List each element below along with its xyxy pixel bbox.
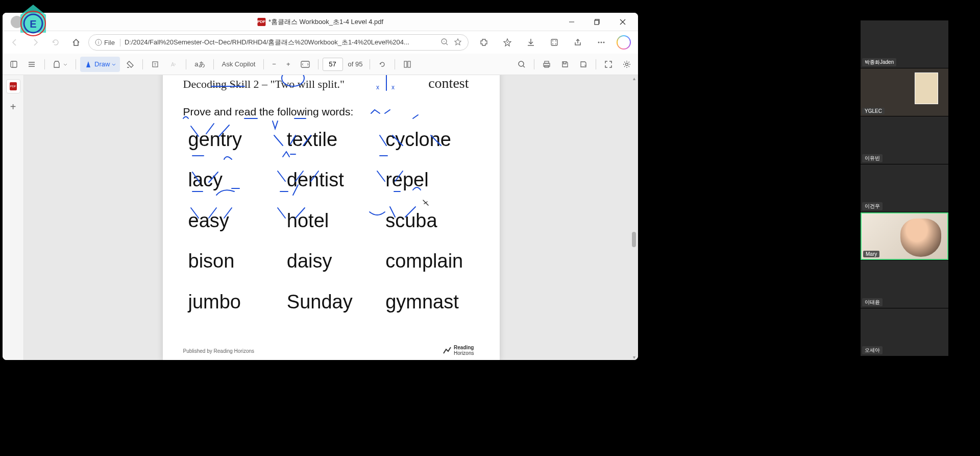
svg-point-22: [603, 42, 605, 43]
settings-button[interactable]: [619, 57, 635, 72]
fullscreen-button[interactable]: [600, 57, 617, 72]
extensions-icon[interactable]: [476, 34, 492, 51]
participant-tile[interactable]: 이태윤: [861, 260, 948, 308]
svg-point-42: [626, 63, 628, 65]
address-path: D:/2024/Fall%20Semester-Oct~Dec/RHD/RHD4…: [125, 38, 436, 47]
address-input[interactable]: i File D:/2024/Fall%20Semester-Oct~Dec/R…: [88, 34, 469, 51]
scroll-thumb[interactable]: [632, 232, 636, 247]
translate-button[interactable]: aあ: [190, 57, 209, 72]
readaloud-button[interactable]: A: [165, 57, 182, 72]
svg-rect-35: [404, 61, 407, 67]
rotate-button[interactable]: [374, 57, 390, 72]
svg-rect-5: [595, 20, 599, 25]
zoom-out-button[interactable]: −: [268, 57, 280, 72]
word-lacy: lacy: [188, 167, 282, 193]
word-gymnast: gymnast: [385, 290, 479, 315]
word-scuba: scuba: [385, 208, 479, 233]
more-icon[interactable]: [593, 34, 609, 51]
svg-rect-36: [408, 61, 410, 67]
save-as-button[interactable]: [575, 57, 592, 72]
svg-point-20: [598, 42, 600, 43]
instruction-text: Prove and read the following words:: [183, 106, 479, 118]
main-window: PDF *홈클래스 Workbook_초1-4 Level 4.pdf: [3, 13, 638, 360]
svg-text:A: A: [171, 62, 175, 67]
draw-label: Draw: [94, 60, 110, 68]
words-grid: gentry textile cyclone lacy dentist repe…: [188, 127, 479, 315]
svg-text:i: i: [98, 40, 99, 45]
svg-point-19: [555, 43, 556, 44]
svg-point-17: [555, 40, 556, 41]
svg-point-28: [29, 62, 30, 63]
word-textile: textile: [287, 127, 380, 152]
pdf-tab-icon[interactable]: PDF: [6, 79, 20, 93]
participant-tile[interactable]: 오세아: [861, 308, 948, 356]
participant-name: 이건우: [862, 202, 883, 210]
favorite-icon[interactable]: [454, 38, 462, 47]
text-button[interactable]: T: [147, 57, 163, 72]
performance-icon[interactable]: [546, 34, 562, 51]
word-bison: bison: [188, 249, 282, 274]
highlight-button[interactable]: [49, 57, 71, 72]
participant-tile-speaking[interactable]: Mary: [861, 212, 948, 260]
search-button[interactable]: [513, 57, 530, 72]
add-tab-icon[interactable]: +: [6, 100, 20, 114]
word-cyclone: cyclone: [385, 127, 479, 152]
content-area: PDF + Decoding Skill 2 – "Two will split…: [3, 75, 638, 360]
participant-name: YGLEC: [862, 108, 885, 114]
print-button[interactable]: [538, 57, 555, 72]
page-view-button[interactable]: [399, 57, 415, 72]
zoom-icon[interactable]: [440, 38, 449, 47]
participant-name: Mary: [863, 251, 879, 257]
svg-line-12: [446, 43, 448, 45]
contents-icon[interactable]: [24, 57, 40, 72]
minimize-button[interactable]: [561, 14, 582, 30]
svg-point-30: [29, 66, 30, 67]
participant-video: [900, 219, 941, 257]
svg-rect-15: [551, 39, 557, 45]
scroll-down-button[interactable]: ▾: [631, 354, 637, 360]
scrollbar[interactable]: ▴ ▾: [631, 75, 637, 360]
share-icon[interactable]: [570, 34, 586, 51]
zoom-in-button[interactable]: +: [282, 57, 295, 72]
close-button[interactable]: [612, 14, 633, 30]
participant-tile[interactable]: YGLEC: [861, 68, 948, 116]
participant-tile[interactable]: 박종화Jaden: [861, 20, 948, 68]
word-jumbo: jumbo: [188, 290, 282, 315]
word-easy: easy: [188, 208, 282, 233]
pdf-viewer[interactable]: Decoding Skill 2 – "Two will split." con…: [24, 75, 638, 360]
copilot-button[interactable]: [617, 35, 631, 50]
scroll-up-button[interactable]: ▴: [631, 75, 637, 81]
svg-text:T: T: [154, 62, 157, 67]
page-input[interactable]: [323, 58, 343, 71]
footer-logo: Reading Horizons: [443, 345, 474, 356]
participants-panel: 박종화Jaden YGLEC 이유빈 이건우 Mary 이태윤 오세아: [861, 20, 948, 356]
erase-button[interactable]: [122, 57, 138, 72]
svg-point-16: [552, 40, 553, 41]
draw-button[interactable]: Draw: [80, 57, 120, 72]
participant-tile[interactable]: 이건우: [861, 164, 948, 212]
word-daisy: daisy: [287, 249, 380, 274]
favorites-icon[interactable]: [499, 34, 516, 51]
file-label: File: [104, 39, 115, 46]
example-word: contest: [428, 75, 469, 91]
ask-copilot-button[interactable]: Ask Copilot: [218, 57, 260, 72]
home-button[interactable]: [68, 34, 84, 51]
word-sunday: Sunday: [287, 290, 380, 315]
svg-point-29: [29, 64, 30, 65]
svg-point-21: [601, 42, 602, 43]
participant-name: 박종화Jaden: [862, 58, 896, 66]
sidebar-toggle[interactable]: [6, 57, 22, 72]
fit-button[interactable]: [297, 57, 314, 72]
word-gentry: gentry: [188, 127, 282, 152]
downloads-icon[interactable]: [523, 34, 539, 51]
pdf-page: Decoding Skill 2 – "Two will split." con…: [163, 75, 500, 360]
shared-thumbnail: [915, 73, 938, 104]
participant-name: 이유빈: [862, 154, 883, 162]
side-rail: PDF +: [3, 75, 24, 360]
word-hotel: hotel: [287, 208, 380, 233]
participant-tile[interactable]: 이유빈: [861, 116, 948, 164]
save-button[interactable]: [557, 57, 573, 72]
word-dentist: dentist: [287, 167, 380, 193]
maximize-button[interactable]: [587, 14, 607, 30]
word-complain: complain: [385, 249, 479, 274]
